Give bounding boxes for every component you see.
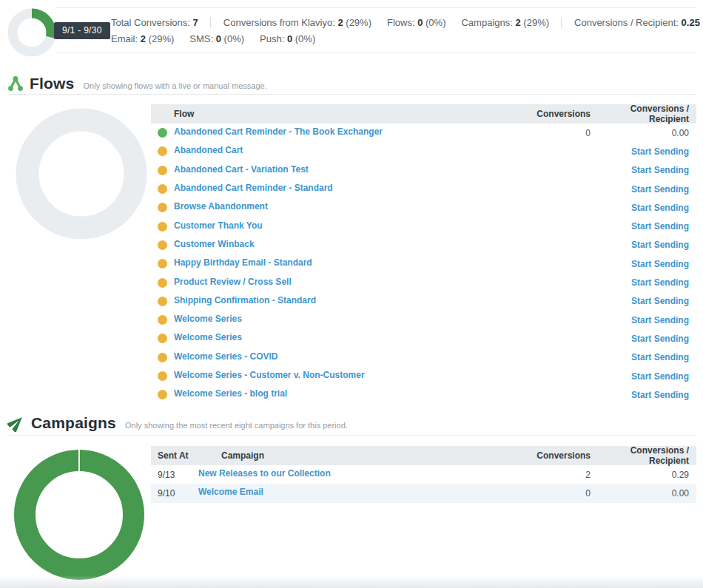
flow-status-dot-draft [158, 166, 167, 175]
table-row: Product Review / Cross Sell Start Sendin… [151, 273, 696, 291]
sent-at-value: 9/10 [151, 488, 198, 499]
flow-status-dot-draft [158, 222, 167, 232]
start-sending-link[interactable]: Start Sending [631, 277, 689, 288]
flow-link[interactable]: Customer Thank You [174, 220, 263, 231]
stat-total-conversions: Total Conversions: 7 [111, 17, 198, 28]
flow-status-dot-draft [158, 240, 167, 250]
stat-conversions-per-recipient: Conversions / Recipient: 0.25 [574, 17, 700, 28]
flow-branch-icon [7, 75, 24, 92]
stat-email: Email: 2 (29%) [111, 33, 174, 44]
start-sending-link[interactable]: Start Sending [631, 146, 689, 157]
stat-campaigns: Campaigns: 2 (29%) [461, 17, 549, 28]
flow-link[interactable]: Product Review / Cross Sell [174, 277, 292, 287]
stat-flows: Flows: 0 (0%) [387, 17, 446, 28]
summary-donut-chart [7, 8, 56, 57]
summary-stats: Total Conversions: 7 Conversions from Kl… [111, 15, 703, 47]
start-sending-link[interactable]: Start Sending [631, 259, 689, 269]
flows-divider [7, 94, 696, 95]
flow-status-dot-draft [158, 353, 167, 362]
paper-plane-icon [7, 414, 25, 432]
summary-stats-row-1: Total Conversions: 7 Conversions from Kl… [111, 15, 703, 30]
conversions-per-recipient-value: 0.00 [591, 128, 689, 138]
table-row: Abandoned Cart - Variation Test Start Se… [151, 161, 696, 180]
start-sending-link[interactable]: Start Sending [631, 240, 689, 250]
start-sending-link[interactable]: Start Sending [631, 371, 689, 382]
campaign-link[interactable]: New Releases to our Collection [198, 468, 331, 479]
flow-link[interactable]: Abandoned Cart Reminder - Standard [174, 183, 333, 193]
flow-link[interactable]: Abandoned Cart [174, 145, 243, 155]
table-row: Shipping Confirmation - Standard Start S… [151, 292, 696, 311]
stats-divider [561, 17, 562, 28]
flow-status-dot-draft [158, 315, 167, 325]
start-sending-link[interactable]: Start Sending [631, 352, 689, 362]
flows-table-header: Flow Conversions Conversions / Recipient [151, 104, 696, 124]
flow-link[interactable]: Welcome Series - Customer v. Non-Custome… [174, 370, 365, 380]
flow-status-dot-draft [158, 334, 167, 343]
header-top-divider [56, 7, 696, 8]
start-sending-link[interactable]: Start Sending [631, 315, 689, 325]
flow-status-dot-draft [158, 390, 167, 399]
flow-link[interactable]: Abandoned Cart Reminder - The Book Excha… [174, 126, 383, 137]
flow-status-dot-draft [158, 203, 167, 212]
start-sending-link[interactable]: Start Sending [631, 165, 689, 175]
flow-status-dot-draft [158, 371, 167, 381]
flow-link[interactable]: Happy Birthday Email - Standard [174, 257, 312, 268]
table-row: Abandoned Cart Reminder - The Book Excha… [151, 124, 696, 142]
table-row: Abandoned Cart Reminder - Standard Start… [151, 180, 696, 198]
flow-status-dot-draft [158, 184, 167, 194]
table-row: Customer Thank You Start Sending [151, 217, 696, 235]
conversion-summary-dashboard: 9/1 - 9/30 Total Conversions: 7 Conversi… [0, 0, 703, 588]
flow-link[interactable]: Welcome Series - COVID [174, 351, 278, 362]
start-sending-link[interactable]: Start Sending [631, 390, 689, 400]
flow-status-dot-draft [158, 146, 167, 156]
table-row: Welcome Series - blog trial Start Sendin… [151, 385, 696, 404]
campaigns-section-header: Campaigns Only showing the most recent e… [7, 413, 348, 433]
flow-status-dot-draft [158, 297, 167, 306]
header-bottom-divider [56, 52, 696, 53]
conversions-per-recipient-value: 0.00 [591, 488, 689, 499]
flow-status-dot-draft [158, 278, 167, 288]
flows-donut-chart [13, 106, 149, 242]
campaigns-title: Campaigns [31, 414, 116, 432]
conversions-value: 2 [509, 470, 591, 480]
date-range-badge: 9/1 - 9/30 [54, 22, 110, 39]
start-sending-link[interactable]: Start Sending [631, 296, 689, 306]
campaign-link[interactable]: Welcome Email [198, 487, 263, 497]
flow-link[interactable]: Shipping Confirmation - Standard [174, 295, 316, 305]
stat-sms: SMS: 0 (0%) [189, 33, 244, 44]
flows-subtitle: Only showing flows with a live or manual… [84, 77, 267, 90]
start-sending-link[interactable]: Start Sending [631, 184, 689, 195]
stat-conversions-from-klaviyo: Conversions from Klaviyo: 2 (29%) [223, 17, 371, 28]
conversions-value: 0 [509, 488, 591, 499]
table-row: Welcome Series Start Sending [151, 311, 696, 329]
flow-link[interactable]: Abandoned Cart - Variation Test [174, 164, 309, 175]
flows-table: Flow Conversions Conversions / Recipient… [151, 104, 696, 404]
flows-title: Flows [30, 75, 75, 92]
start-sending-link[interactable]: Start Sending [631, 334, 689, 344]
start-sending-link[interactable]: Start Sending [631, 203, 689, 213]
flow-link[interactable]: Welcome Series [174, 332, 242, 342]
flow-link[interactable]: Customer Winback [174, 239, 255, 249]
campaigns-divider [7, 435, 696, 436]
flows-section-header: Flows Only showing flows with a live or … [7, 74, 267, 93]
stats-divider [210, 17, 211, 28]
table-row: Happy Birthday Email - Standard Start Se… [151, 254, 696, 273]
campaigns-table-header: Sent At Campaign Conversions Conversions… [151, 446, 696, 465]
page-bottom-fade [0, 575, 703, 588]
flow-status-dot-live [158, 128, 167, 138]
campaigns-subtitle: Only showing the most recent eight campa… [125, 416, 348, 430]
table-row: Welcome Series Start Sending [151, 329, 696, 348]
flow-link[interactable]: Welcome Series - blog trial [174, 388, 287, 399]
table-row: Abandoned Cart Start Sending [151, 142, 696, 160]
table-row: Customer Winback Start Sending [151, 236, 696, 254]
table-row: 9/10 Welcome Email 0 0.00 [151, 484, 696, 502]
stat-push: Push: 0 (0%) [260, 33, 315, 44]
campaigns-donut-chart [13, 449, 145, 581]
flow-status-dot-draft [158, 259, 167, 268]
flow-link[interactable]: Welcome Series [174, 314, 242, 324]
table-row: Welcome Series - COVID Start Sending [151, 348, 696, 367]
flow-link[interactable]: Browse Abandonment [174, 201, 268, 212]
table-row: 9/13 New Releases to our Collection 2 0.… [151, 465, 696, 484]
table-row: Welcome Series - Customer v. Non-Custome… [151, 367, 696, 385]
start-sending-link[interactable]: Start Sending [631, 221, 689, 232]
